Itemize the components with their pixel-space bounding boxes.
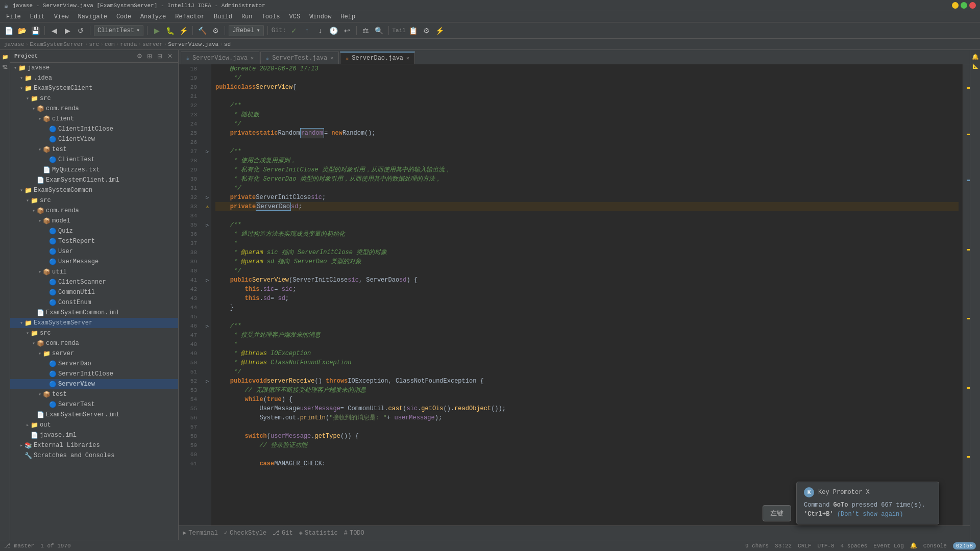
tab-serverview[interactable]: ☕ ServerView.java ✕ [181,52,259,64]
terminal-btn[interactable]: ▶ Terminal [183,529,218,537]
menu-window[interactable]: Window [305,12,335,21]
tree-item-src1[interactable]: ▾ 📁 src [10,93,178,104]
git-btn[interactable]: ⎇ Git [273,529,293,537]
close-button[interactable] [969,2,976,9]
project-icon[interactable]: 📁 [1,52,10,61]
breadcrumb-member[interactable]: sd [224,41,231,47]
breadcrumb-server-folder[interactable]: server [142,41,163,47]
sidebar-expand-icon[interactable]: ⊞ [145,52,154,60]
lines-status[interactable]: 1 of 1970 [40,543,70,549]
breadcrumb-com[interactable]: com [105,41,115,47]
git-history-btn[interactable]: 🕐 [328,25,339,36]
tree-item-test-pkg1[interactable]: ▾ 📦 test [10,144,178,155]
git-update-btn[interactable]: ↓ [315,25,326,36]
console-btn[interactable]: Console [923,543,947,549]
breadcrumb-server[interactable]: ExamSystemServer [30,41,84,47]
tree-item-clientscanner[interactable]: 🔵 ClientScanner [10,277,178,287]
menu-vcs[interactable]: VCS [285,12,305,21]
git-push-btn[interactable]: ↑ [302,25,313,36]
encoding-status[interactable]: UTF-8 [818,543,835,549]
tree-item-user[interactable]: 🔵 User [10,246,178,257]
tree-item-clienttest[interactable]: 🔵 ClientTest [10,155,178,165]
tree-item-scratches[interactable]: 🔧 Scratches and Consoles [10,450,178,461]
notifications-btn[interactable]: 🔔 [910,542,917,549]
menu-build[interactable]: Build [210,12,236,21]
tree-item-examsysserver[interactable]: ▾ 📁 ExamSystemServer [10,318,178,328]
tree-item-comrenda3[interactable]: ▾ 📦 com.renda [10,338,178,348]
tree-item-serverdao[interactable]: 🔵 ServerDao [10,359,178,369]
menu-navigate[interactable]: Navigate [74,12,111,21]
event-log-btn[interactable]: Event Log [873,543,903,549]
chars-status[interactable]: 9 chars [745,543,769,549]
lineending-status[interactable]: CRLF [798,543,811,549]
menu-edit[interactable]: Edit [26,12,49,21]
tail-btn[interactable]: 📋 [408,25,419,36]
save-btn[interactable]: 💾 [30,25,41,36]
menu-analyze[interactable]: Analyze [136,12,170,21]
back-btn[interactable]: ◀ [48,25,60,36]
diff-btn[interactable]: ⚖ [360,25,372,36]
rebuild-btn[interactable]: ⚙ [210,25,221,36]
menu-code[interactable]: Code [112,12,135,21]
sidebar-close-icon[interactable]: ✕ [166,52,174,60]
notifications-icon[interactable]: 🔔 [971,52,980,61]
tree-item-serverinitclose[interactable]: 🔵 ServerInitClose [10,369,178,379]
open-btn[interactable]: 📂 [16,25,28,36]
menu-view[interactable]: View [50,12,73,21]
tree-item-examclient[interactable]: ▾ 📁 ExamSystemClient [10,83,178,93]
menu-refactor[interactable]: Refactor [171,12,209,21]
tree-item-constenum[interactable]: 🔵 ConstEnum [10,297,178,308]
search-btn[interactable]: 🔍 [374,25,385,36]
tree-item-comrenda1[interactable]: ▾ 📦 com.renda [10,104,178,114]
tree-item-serverview[interactable]: 🔵 ServerView [10,379,178,389]
tree-item-javase-iml[interactable]: 📄 javase.iml [10,430,178,440]
tree-item-myquizzes[interactable]: 📄 MyQuizzes.txt [10,165,178,175]
tab-servertest[interactable]: ☕ ServerTest.java ✕ [260,52,339,64]
tree-item-server-folder[interactable]: ▾ 📁 server [10,348,178,359]
jrebel-dropdown[interactable]: JRebel ▾ [229,25,263,36]
tree-item-comrenda2[interactable]: ▾ 📦 com.renda [10,206,178,216]
git-undo-btn[interactable]: ↩ [341,25,353,36]
build-btn[interactable]: 🔨 [197,25,208,36]
breadcrumb-javase[interactable]: javase [4,41,24,47]
tree-item-testreport[interactable]: 🔵 TestReport [10,236,178,246]
left-key-button[interactable]: 左键 [763,505,791,521]
new-file-btn[interactable]: 📄 [3,25,14,36]
tab-close-icon[interactable]: ✕ [330,55,333,61]
tree-item-usermessage[interactable]: 🔵 UserMessage [10,257,178,267]
tree-item-quiz[interactable]: 🔵 Quiz [10,226,178,236]
breadcrumb-file[interactable]: ServerView.java [168,41,218,47]
tree-item-client-pkg[interactable]: ▾ 📦 client [10,114,178,124]
tree-item-src2[interactable]: ▾ 📁 src [10,195,178,206]
tree-item-out[interactable]: ▸ 📁 out [10,420,178,430]
checkstyle-btn[interactable]: ✓ CheckStyle [224,529,266,537]
breadcrumb-renda[interactable]: renda [120,41,137,47]
power-btn[interactable]: ⚡ [434,25,446,36]
tree-item-examcommon[interactable]: ▾ 📁 ExamSystemCommon [10,185,178,195]
forward-btn[interactable]: ▶ [62,25,73,36]
position-status[interactable]: 33:22 [775,543,792,549]
tree-item-examsysserver-iml[interactable]: 📄 ExamSystemServer.iml [10,410,178,420]
run-config-dropdown[interactable]: ClientTest ▾ [94,25,143,36]
maximize-button[interactable] [961,2,967,9]
code-editor[interactable]: @create 2020-06-26 17:13 */ public class… [211,64,963,525]
tree-item-clientview[interactable]: 🔵 ClientView [10,134,178,144]
tab-serverdao[interactable]: ☕ ServerDao.java ✕ [340,52,415,64]
menu-file[interactable]: File [2,12,25,21]
tree-item-clientinitclose[interactable]: 🔵 ClientInitClose [10,124,178,134]
git-check-btn[interactable]: ✓ [288,25,300,36]
tree-item-commonutil[interactable]: 🔵 CommonUtil [10,287,178,297]
tree-item-examsysclient-iml[interactable]: 📄 ExamSystemClient.iml [10,175,178,185]
menu-run[interactable]: Run [237,12,257,21]
tree-item-javase[interactable]: ▾ 📁 javase [10,63,178,73]
menu-help[interactable]: Help [336,12,359,21]
statistic-btn[interactable]: ◈ Statistic [299,529,338,537]
run-with-coverage-btn[interactable]: ⚡ [178,25,189,36]
sidebar-settings-icon[interactable]: ⚙ [135,52,143,60]
settings-btn[interactable]: ⚙ [421,25,432,36]
structure-icon[interactable]: 📐 [971,61,980,70]
tree-item-servertest[interactable]: 🔵 ServerTest [10,399,178,410]
tree-item-test-pkg2[interactable]: ▾ 📦 test [10,389,178,399]
menu-tools[interactable]: Tools [258,12,284,21]
tree-item-idea[interactable]: ▾ 📁 .idea [10,73,178,83]
